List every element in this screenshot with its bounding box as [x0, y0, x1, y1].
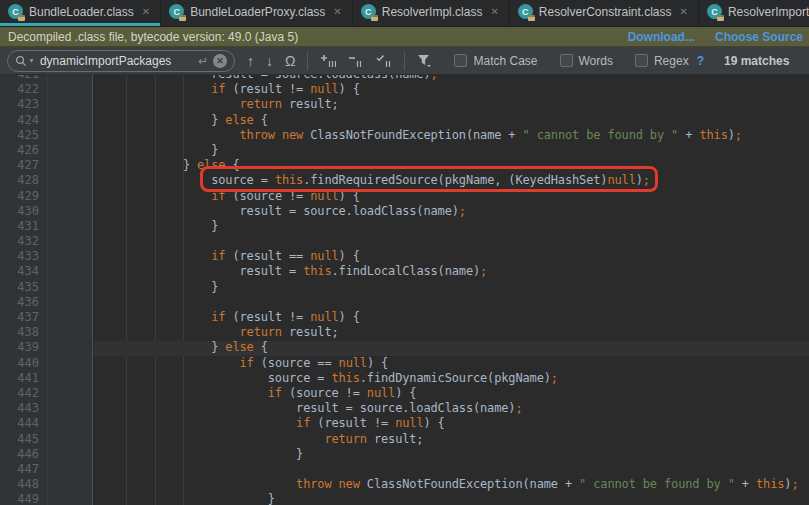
code-text[interactable]: return result;: [98, 325, 339, 340]
line-number[interactable]: 431: [0, 219, 39, 234]
code-line-433[interactable]: 433 if (result == null) {: [0, 249, 809, 264]
code-line-424[interactable]: 424 } else {: [0, 113, 809, 128]
code-line-432[interactable]: 432: [0, 234, 809, 249]
code-text[interactable]: if (source != null) {: [98, 386, 416, 401]
code-line-439[interactable]: 439 } else {: [0, 340, 809, 355]
code-text[interactable]: }: [98, 280, 218, 295]
line-number[interactable]: 441: [0, 371, 39, 386]
code-text[interactable]: }: [98, 492, 275, 505]
line-number[interactable]: 435: [0, 280, 39, 295]
checkbox-words[interactable]: Words: [560, 54, 613, 68]
code-line-445[interactable]: 445 return result;: [0, 432, 809, 447]
code-text[interactable]: }: [98, 447, 303, 462]
code-text[interactable]: if (result == null) {: [98, 249, 360, 264]
code-line-442[interactable]: 442 if (source != null) {: [0, 386, 809, 401]
code-line-426[interactable]: 426 }: [0, 143, 809, 158]
code-line-430[interactable]: 430 result = source.loadClass(name);: [0, 204, 809, 219]
code-line-449[interactable]: 449 }: [0, 492, 809, 505]
line-number[interactable]: 421: [0, 75, 39, 82]
code-text[interactable]: throw new ClassNotFoundException(name + …: [98, 128, 742, 143]
regex-help-icon[interactable]: ?: [697, 54, 704, 68]
line-number[interactable]: 422: [0, 82, 39, 97]
line-number[interactable]: 429: [0, 189, 39, 204]
choose-source-link[interactable]: Choose Source: [715, 30, 803, 44]
code-line-443[interactable]: 443 result = source.loadClass(name);: [0, 401, 809, 416]
tab-close-icon[interactable]: ✕: [680, 6, 688, 17]
code-line-434[interactable]: 434 result = this.findLocalClass(name);: [0, 264, 809, 279]
tab-bundleloader-class[interactable]: CBundleLoader.class✕: [0, 0, 161, 26]
code-line-441[interactable]: 441 source = this.findDynamicSource(pkgN…: [0, 371, 809, 386]
tab-close-icon[interactable]: ✕: [490, 6, 498, 17]
code-line-448[interactable]: 448 throw new ClassNotFoundException(nam…: [0, 477, 809, 492]
checkbox-match-case[interactable]: Match Case: [454, 54, 537, 68]
code-line-423[interactable]: 423 return result;: [0, 97, 809, 112]
next-occurrence-button[interactable]: ↓: [266, 54, 273, 68]
line-number[interactable]: 444: [0, 416, 39, 431]
code-text[interactable]: }: [98, 143, 218, 158]
checkbox-box[interactable]: [454, 54, 467, 67]
line-number[interactable]: 442: [0, 386, 39, 401]
line-number[interactable]: 432: [0, 234, 39, 249]
line-number[interactable]: 430: [0, 204, 39, 219]
filter-button[interactable]: [417, 54, 432, 68]
line-number[interactable]: 428: [0, 173, 39, 188]
search-icon[interactable]: ▼: [15, 55, 35, 67]
line-number[interactable]: 439: [0, 340, 39, 355]
previous-occurrence-button[interactable]: ↑: [247, 54, 254, 68]
line-number[interactable]: 449: [0, 492, 39, 505]
line-number[interactable]: 427: [0, 158, 39, 173]
checkbox-box[interactable]: [635, 54, 648, 67]
code-line-435[interactable]: 435 }: [0, 280, 809, 295]
code-text[interactable]: return result;: [98, 432, 423, 447]
code-text[interactable]: if (source == null) {: [98, 356, 388, 371]
line-number[interactable]: 436: [0, 295, 39, 310]
code-text[interactable]: }: [98, 219, 218, 234]
line-number[interactable]: 448: [0, 477, 39, 492]
tab-close-icon[interactable]: ✕: [333, 6, 341, 17]
tab-close-icon[interactable]: ✕: [142, 6, 150, 17]
clear-search-icon[interactable]: ✕: [213, 54, 227, 68]
tab-resolverimpl-class[interactable]: CResolverImpl.class✕: [353, 0, 510, 26]
code-text[interactable]: return result;: [98, 97, 339, 112]
line-number[interactable]: 440: [0, 356, 39, 371]
code-text[interactable]: } else {: [98, 113, 268, 128]
code-line-440[interactable]: 440 if (source == null) {: [0, 356, 809, 371]
code-line-447[interactable]: 447: [0, 462, 809, 477]
line-number[interactable]: 424: [0, 113, 39, 128]
line-number[interactable]: 426: [0, 143, 39, 158]
line-number[interactable]: 437: [0, 310, 39, 325]
newline-icon[interactable]: ↵: [198, 54, 208, 68]
checkbox-box[interactable]: [560, 54, 573, 67]
search-history-caret-icon[interactable]: ▼: [28, 57, 35, 64]
download-link[interactable]: Download...: [628, 30, 695, 44]
code-line-425[interactable]: 425 throw new ClassNotFoundException(nam…: [0, 128, 809, 143]
code-text[interactable]: if (result != null) {: [98, 310, 360, 325]
find-all-button[interactable]: Ω: [285, 54, 295, 68]
line-number[interactable]: 423: [0, 97, 39, 112]
select-all-occurrences-button[interactable]: [376, 54, 392, 68]
add-selection-button[interactable]: [320, 54, 336, 68]
line-number[interactable]: 446: [0, 447, 39, 462]
code-editor[interactable]: 421 result = source.loadClass(name);422 …: [0, 75, 809, 505]
search-field[interactable]: ▼ ↵ ✕: [7, 50, 235, 72]
code-line-444[interactable]: 444 if (result != null) {: [0, 416, 809, 431]
tab-resolverconstraint-class[interactable]: CResolverConstraint.class✕: [510, 0, 699, 26]
code-line-437[interactable]: 437 if (result != null) {: [0, 310, 809, 325]
line-number[interactable]: 434: [0, 264, 39, 279]
code-line-446[interactable]: 446 }: [0, 447, 809, 462]
code-text[interactable]: if (result != null) {: [98, 82, 360, 97]
line-number[interactable]: 445: [0, 432, 39, 447]
code-text[interactable]: result = source.loadClass(name);: [98, 204, 466, 219]
code-text[interactable]: } else {: [98, 340, 268, 355]
remove-selection-button[interactable]: [348, 54, 364, 68]
tab-bundleloaderproxy-class[interactable]: CBundleLoaderProxy.class✕: [161, 0, 353, 26]
line-number[interactable]: 438: [0, 325, 39, 340]
line-number[interactable]: 447: [0, 462, 39, 477]
line-number[interactable]: 433: [0, 249, 39, 264]
checkbox-regex[interactable]: Regex: [635, 54, 689, 68]
line-number[interactable]: 443: [0, 401, 39, 416]
search-input[interactable]: [40, 54, 193, 68]
code-text[interactable]: if (result != null) {: [98, 416, 445, 431]
code-line-422[interactable]: 422 if (result != null) {: [0, 82, 809, 97]
code-text[interactable]: throw new ClassNotFoundException(name + …: [98, 477, 798, 492]
